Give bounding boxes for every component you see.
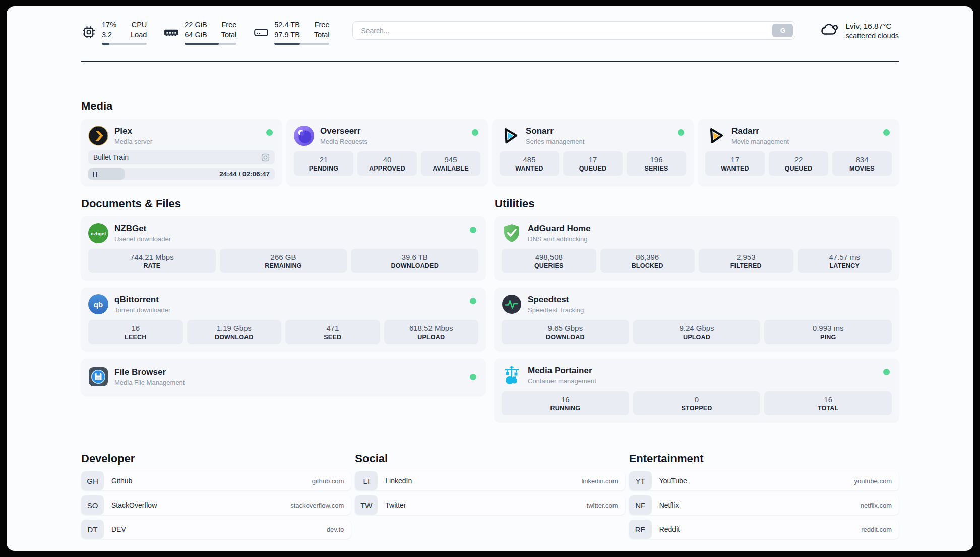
disk-free-label: Free xyxy=(314,20,330,30)
app-title: Speedtest xyxy=(528,295,584,305)
app-card-sonarr[interactable]: Sonarr Series management 485 WANTED 17 Q… xyxy=(493,119,693,185)
stats-row: 16 RUNNING 0 STOPPED 16 TOTAL xyxy=(502,391,892,415)
bookmark-domain: dev.to xyxy=(327,526,344,533)
app-subtitle: Series management xyxy=(526,138,584,145)
cpu-progress-fill xyxy=(102,43,109,45)
bookmark-domain: twitter.com xyxy=(587,502,618,509)
cpu-icon xyxy=(81,25,96,40)
status-online-dot xyxy=(883,369,890,375)
nzbget-icon: nzbget xyxy=(88,223,108,243)
status-online-dot xyxy=(266,129,273,136)
stats-row: 21 PENDING 40 APPROVED 945 AVAILABLE xyxy=(294,151,480,176)
bookmark-stackoverflow[interactable]: SO StackOverflow stackoverflow.com xyxy=(81,495,351,515)
section-title-entertainment: Entertainment xyxy=(629,452,899,465)
stat-total: 16 TOTAL xyxy=(764,391,892,415)
section-title-social: Social xyxy=(355,452,625,465)
playback-progress-fill xyxy=(88,168,125,180)
stat-available: 945 AVAILABLE xyxy=(421,151,480,176)
bookmark-name: YouTube xyxy=(659,477,687,485)
stat-seed: 471 SEED xyxy=(285,320,380,344)
app-card-speedtest[interactable]: Speedtest Speedtest Tracking 9.65 Gbps D… xyxy=(495,288,899,351)
bookmark-dev[interactable]: DT DEV dev.to xyxy=(81,520,351,539)
cpu-widget: 17% 3.2 CPU Load xyxy=(81,20,147,45)
plex-icon xyxy=(88,126,108,146)
section-title-developer: Developer xyxy=(81,452,351,465)
search-input[interactable] xyxy=(352,21,795,40)
playback-time: 24:44 / 02:06:47 xyxy=(219,170,275,178)
bookmark-name: StackOverflow xyxy=(111,501,157,509)
app-title: NZBGet xyxy=(114,224,171,234)
app-card-plex[interactable]: Plex Media server Bullet Train 24:44 / 0… xyxy=(81,119,282,185)
bookmark-youtube[interactable]: YT YouTube youtube.com xyxy=(629,471,899,490)
cpu-load-label: Load xyxy=(131,30,147,40)
bookmark-domain: github.com xyxy=(312,477,344,485)
app-card-overseerr[interactable]: Overseerr Media Requests 21 PENDING 40 A… xyxy=(287,119,487,185)
memory-free-label: Free xyxy=(221,20,237,30)
search-bar: G xyxy=(352,21,795,40)
stat-remaining: 266 GB REMAINING xyxy=(220,249,347,273)
app-card-nzbget[interactable]: nzbget NZBGet Usenet downloader 744.21 M… xyxy=(81,216,485,280)
now-playing-title: Bullet Train xyxy=(93,153,129,161)
cpu-label: CPU xyxy=(131,20,147,30)
bookmark-domain: reddit.com xyxy=(861,526,892,533)
bookmark-name: Twitter xyxy=(385,501,406,509)
stat-queued: 17 QUEUED xyxy=(563,151,623,176)
app-subtitle: Media server xyxy=(114,138,152,145)
bookmark-abbr: GH xyxy=(81,471,104,490)
bookmark-group-entertainment: Entertainment YT YouTube youtube.com NF … xyxy=(629,452,899,539)
stats-row: 9.65 Gbps DOWNLOAD 9.24 Gbps UPLOAD 0.99… xyxy=(502,320,892,344)
search-engine-button[interactable]: G xyxy=(772,24,793,37)
app-title: Media Portainer xyxy=(528,366,596,376)
video-icon xyxy=(261,153,270,162)
disk-total: 97.9 TB xyxy=(274,30,300,40)
status-online-dot xyxy=(472,129,478,136)
speedtest-icon xyxy=(502,294,522,314)
bookmark-twitter[interactable]: TW Twitter twitter.com xyxy=(355,495,625,515)
memory-total-label: Total xyxy=(221,30,237,40)
stat-download: 9.65 Gbps DOWNLOAD xyxy=(502,320,629,344)
stat-ping: 0.993 ms PING xyxy=(764,320,892,344)
weather-widget: Lviv, 16.87°C scattered clouds xyxy=(819,21,899,40)
stat-queries: 498,508 QUERIES xyxy=(502,249,596,273)
bookmark-name: Github xyxy=(111,477,132,485)
bookmark-reddit[interactable]: RE Reddit reddit.com xyxy=(629,520,899,539)
app-title: Sonarr xyxy=(526,126,584,136)
app-title: Radarr xyxy=(731,126,789,136)
documents-column: Documents & Files nzbget NZBGet Usenet d… xyxy=(81,197,485,422)
disk-progress-fill xyxy=(274,43,299,45)
stat-upload: 618.52 Mbps UPLOAD xyxy=(384,320,479,344)
app-subtitle: Media File Management xyxy=(114,379,185,386)
bookmark-domain: linkedin.com xyxy=(581,477,618,485)
top-bar: 17% 3.2 CPU Load xyxy=(81,6,899,45)
app-card-adguard[interactable]: AdGuard Home DNS and adblocking 498,508 … xyxy=(495,216,899,280)
app-card-portainer[interactable]: Media Portainer Container management 16 … xyxy=(495,359,899,422)
bookmark-abbr: LI xyxy=(355,471,378,490)
memory-progressbar xyxy=(185,43,236,45)
bookmark-linkedin[interactable]: LI LinkedIn linkedin.com xyxy=(355,471,625,490)
stat-stopped: 0 STOPPED xyxy=(633,391,761,415)
utilities-column: Utilities AdGuard Home xyxy=(495,197,899,422)
app-title: Overseerr xyxy=(320,126,368,136)
status-online-dot xyxy=(678,129,684,136)
stat-upload: 9.24 Gbps UPLOAD xyxy=(633,320,761,344)
stats-row: 16 LEECH 1.19 Gbps DOWNLOAD 471 SEED 618… xyxy=(88,320,478,344)
app-card-qbittorrent[interactable]: qb qBittorrent Torrent downloader 16 LEE… xyxy=(81,288,485,351)
disk-total-label: Total xyxy=(314,30,330,40)
app-subtitle: Usenet downloader xyxy=(114,235,171,243)
stat-downloaded: 39.6 TB DOWNLOADED xyxy=(351,249,478,273)
bookmark-github[interactable]: GH Github github.com xyxy=(81,471,351,490)
stat-download: 1.19 Gbps DOWNLOAD xyxy=(187,320,282,344)
app-card-filebrowser[interactable]: File Browser Media File Management xyxy=(81,359,485,395)
stat-approved: 40 APPROVED xyxy=(357,151,417,176)
app-subtitle: Torrent downloader xyxy=(114,306,170,314)
portainer-icon xyxy=(502,365,522,385)
bookmark-name: Reddit xyxy=(659,525,680,533)
bookmark-netflix[interactable]: NF Netflix netflix.com xyxy=(629,495,899,515)
app-subtitle: Container management xyxy=(528,377,596,385)
cpu-load: 3.2 xyxy=(102,30,116,40)
stat-wanted: 17 WANTED xyxy=(705,151,765,176)
app-card-radarr[interactable]: Radarr Movie management 17 WANTED 22 QUE… xyxy=(698,119,899,185)
disk-progressbar xyxy=(274,43,329,45)
weather-condition: scattered clouds xyxy=(845,32,899,40)
stat-movies: 834 MOVIES xyxy=(832,151,892,176)
